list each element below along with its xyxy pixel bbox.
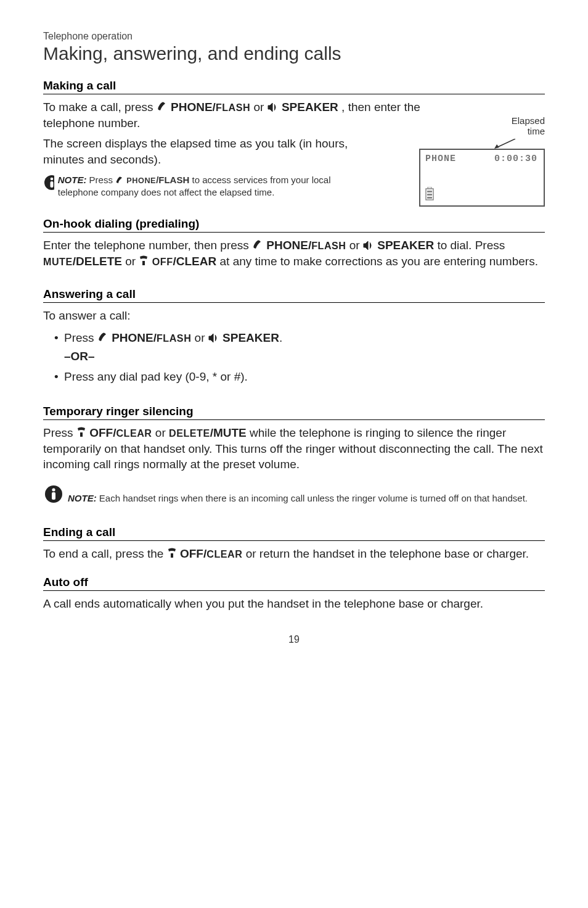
text: To make a call, press bbox=[43, 101, 157, 114]
text: . bbox=[279, 331, 282, 344]
off-label: OFF bbox=[152, 256, 173, 267]
text: to dial. Press bbox=[437, 239, 505, 252]
speaker-icon bbox=[363, 241, 374, 250]
svg-rect-4 bbox=[427, 191, 432, 192]
info-icon bbox=[43, 174, 54, 191]
arrow-icon bbox=[493, 139, 518, 149]
lcd-screen: PHONE 0:00:30 bbox=[419, 149, 545, 207]
handset-off-icon bbox=[167, 548, 177, 559]
text: Press bbox=[64, 331, 97, 344]
handset-off-icon bbox=[139, 255, 149, 266]
making-call-note: NOTE: Press PHONE/FLASH to access servic… bbox=[43, 174, 370, 199]
lcd-illustration: Elapsed time PHONE 0:00:30 bbox=[419, 116, 545, 207]
handset-icon bbox=[115, 176, 124, 184]
text: or bbox=[349, 239, 363, 252]
section-category: Telephone operation bbox=[43, 31, 545, 42]
phone-label: PHONE/ bbox=[171, 101, 216, 114]
elapsed-label-line1: Elapsed bbox=[512, 115, 545, 126]
section-heading-temp-ringer: Temporary ringer silencing bbox=[43, 405, 545, 420]
speaker-icon bbox=[267, 102, 279, 112]
note-label: NOTE: bbox=[58, 175, 87, 185]
clear-label: /CLEAR bbox=[173, 255, 217, 268]
or-separator: –OR– bbox=[64, 350, 95, 363]
text: or bbox=[253, 101, 267, 114]
page-container: Telephone operation Making, answering, a… bbox=[0, 0, 588, 664]
speaker-label: SPEAKER bbox=[223, 331, 279, 344]
handset-icon bbox=[157, 101, 168, 112]
elapsed-label-line2: time bbox=[528, 126, 545, 136]
svg-point-8 bbox=[51, 177, 54, 180]
auto-off-paragraph: A call ends automatically when you put t… bbox=[43, 596, 545, 612]
svg-marker-1 bbox=[494, 144, 499, 149]
svg-point-11 bbox=[52, 489, 55, 492]
making-call-p2: The screen displays the elapsed time as … bbox=[43, 136, 364, 167]
section-heading-making-call: Making a call bbox=[43, 79, 545, 94]
flash-label: FLASH bbox=[157, 332, 191, 344]
section-heading-auto-off: Auto off bbox=[43, 576, 545, 591]
mute-label: MUTE bbox=[43, 256, 73, 267]
flash-label: FLASH bbox=[216, 102, 250, 113]
mute-label: /MUTE bbox=[210, 426, 247, 439]
text: To end a call, press the bbox=[43, 547, 167, 560]
speaker-label: SPEAKER bbox=[377, 239, 434, 252]
flash-label: /FLASH bbox=[156, 175, 189, 185]
handset-icon bbox=[97, 332, 108, 343]
handset-off-icon bbox=[76, 427, 86, 438]
text: or bbox=[155, 426, 169, 439]
predial-paragraph: Enter the telephone number, then press P… bbox=[43, 237, 545, 269]
delete-label: DELETE bbox=[169, 427, 210, 439]
lcd-top-row: PHONE 0:00:30 bbox=[420, 150, 544, 164]
phone-label: PHONE/ bbox=[266, 239, 311, 252]
svg-rect-9 bbox=[51, 181, 54, 188]
list-item: Press PHONE/FLASH or SPEAKER. –OR– bbox=[54, 329, 545, 366]
speaker-icon bbox=[208, 333, 219, 343]
page-number: 19 bbox=[43, 634, 545, 645]
list-item: Press any dial pad key (0-9, * or #). bbox=[54, 368, 545, 386]
handset-icon bbox=[252, 239, 263, 250]
temp-ringer-paragraph: Press OFF/CLEAR or DELETE/MUTE while the… bbox=[43, 425, 545, 473]
svg-line-0 bbox=[497, 139, 515, 147]
off-label: OFF/ bbox=[180, 547, 206, 560]
temp-ringer-note: NOTE: Each handset rings when there is a… bbox=[43, 484, 545, 505]
note-body: NOTE: Press PHONE/FLASH to access servic… bbox=[58, 174, 370, 199]
text: or return the handset in the telephone b… bbox=[246, 547, 529, 560]
battery-icon bbox=[425, 187, 434, 200]
phone-label: PHONE/ bbox=[112, 331, 157, 344]
lcd-right-text: 0:00:30 bbox=[494, 154, 537, 164]
section-heading-end-call: Ending a call bbox=[43, 526, 545, 541]
speaker-label: SPEAKER bbox=[282, 101, 338, 114]
lcd-left-text: PHONE bbox=[425, 154, 456, 164]
text: or bbox=[195, 331, 208, 344]
info-icon bbox=[43, 484, 64, 505]
text: Press bbox=[43, 426, 76, 439]
note-body: NOTE: Each handset rings when there is a… bbox=[68, 484, 528, 505]
clear-label: CLEAR bbox=[206, 548, 242, 559]
answer-list: Press PHONE/FLASH or SPEAKER. –OR– Press… bbox=[46, 329, 545, 386]
text: Enter the telephone number, then press bbox=[43, 239, 252, 252]
note-label: NOTE: bbox=[68, 493, 97, 503]
page-title: Making, answering, and ending calls bbox=[43, 43, 545, 64]
delete-label: /DELETE bbox=[73, 255, 122, 268]
elapsed-time-label: Elapsed time bbox=[512, 116, 545, 136]
text: Each handset rings when there is an inco… bbox=[99, 493, 528, 503]
flash-label: FLASH bbox=[311, 240, 346, 251]
section-heading-predial: On-hook dialing (predialing) bbox=[43, 217, 545, 233]
text: at any time to make corrections as you a… bbox=[220, 255, 538, 268]
text: or bbox=[125, 255, 139, 268]
making-call-p1: To make a call, press PHONE/FLASH or SPE… bbox=[43, 99, 438, 131]
svg-rect-12 bbox=[52, 492, 55, 500]
phone-label: PHONE bbox=[126, 176, 156, 185]
end-call-paragraph: To end a call, press the OFF/CLEAR or re… bbox=[43, 546, 545, 562]
section-heading-answer: Answering a call bbox=[43, 287, 545, 303]
clear-label: CLEAR bbox=[116, 427, 152, 439]
text: Press bbox=[89, 175, 116, 185]
svg-rect-5 bbox=[427, 194, 432, 196]
answer-intro: To answer a call: bbox=[43, 308, 545, 324]
svg-rect-6 bbox=[427, 197, 432, 199]
off-label: OFF/ bbox=[89, 426, 116, 439]
